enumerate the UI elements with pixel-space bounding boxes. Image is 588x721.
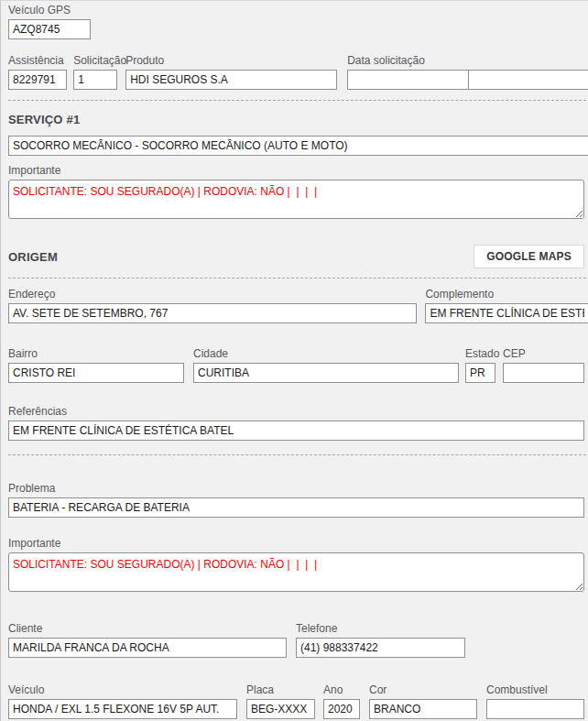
complement-field: Complemento <box>425 289 588 323</box>
service-important-label: Importante <box>8 165 584 177</box>
problem-important-row: Importante <box>1 538 588 592</box>
district-label: Bairro <box>8 348 184 360</box>
phone-input[interactable] <box>296 638 465 658</box>
vehicle-gps-row: Veículo GPS <box>1 5 588 39</box>
solicitation-field: Solicitação <box>73 55 117 90</box>
problem-important-textarea[interactable] <box>8 552 584 592</box>
address-input[interactable] <box>8 303 417 323</box>
solicitation-label: Solicitação <box>73 55 117 67</box>
client-label: Cliente <box>8 623 287 635</box>
request-date-field: Data solicitação <box>347 55 588 90</box>
references-input[interactable] <box>8 421 584 441</box>
fuel-label: Combustível <box>486 684 584 696</box>
address-row: Endereço Complemento <box>1 289 588 323</box>
client-input[interactable] <box>8 638 287 658</box>
client-field: Cliente <box>8 623 287 658</box>
fuel-input[interactable] <box>486 699 584 719</box>
color-input[interactable] <box>369 699 477 719</box>
separator <box>8 454 586 455</box>
state-label: Estado <box>465 348 495 360</box>
address-label: Endereço <box>8 289 417 300</box>
fuel-field: Combustível <box>486 684 584 719</box>
service-heading-row: SERVIÇO #1 <box>1 113 588 126</box>
product-input[interactable] <box>125 70 337 90</box>
complement-input[interactable] <box>425 303 588 323</box>
year-field: Ano <box>323 684 360 719</box>
separator <box>8 278 586 279</box>
assistance-label: Assistência <box>8 55 67 67</box>
references-field: Referências <box>8 406 584 441</box>
product-label: Produto <box>125 55 337 67</box>
city-label: Cidade <box>193 348 459 360</box>
customer-row: Cliente Telefone <box>1 623 588 658</box>
problem-important-field: Importante <box>8 538 584 592</box>
references-label: Referências <box>8 406 584 418</box>
assistance-row: Assistência Solicitação Produto Data sol… <box>1 55 588 90</box>
city-input[interactable] <box>193 363 459 383</box>
plate-field: Placa <box>246 684 315 719</box>
service-type-row <box>1 136 588 156</box>
problem-label: Problema <box>8 483 584 495</box>
assistance-field: Assistência <box>8 55 67 90</box>
request-date-label: Data solicitação <box>347 55 588 67</box>
origin-heading: ORIGEM <box>8 250 58 264</box>
request-date-input[interactable] <box>347 70 468 90</box>
color-label: Cor <box>369 684 477 696</box>
assistance-input[interactable] <box>8 70 67 90</box>
vehicle-gps-input[interactable] <box>8 19 91 39</box>
separator <box>8 100 586 101</box>
google-maps-button[interactable]: GOOGLE MAPS <box>474 245 584 268</box>
problem-important-label: Importante <box>8 538 584 550</box>
zip-field: CEP <box>503 348 584 383</box>
district-input[interactable] <box>8 363 184 383</box>
service-type-input[interactable] <box>8 136 588 156</box>
district-field: Bairro <box>8 348 184 383</box>
zip-label: CEP <box>503 348 584 360</box>
complement-label: Complemento <box>425 289 588 300</box>
city-field: Cidade <box>193 348 459 383</box>
phone-field: Telefone <box>296 623 465 658</box>
year-label: Ano <box>323 684 360 696</box>
service-important-field: Importante <box>8 165 584 219</box>
district-row: Bairro Cidade Estado CEP <box>1 348 588 383</box>
service-heading: SERVIÇO #1 <box>8 113 80 126</box>
service-form-panel: Veículo GPS Assistência Solicitação Prod… <box>0 0 588 721</box>
year-input[interactable] <box>323 699 360 719</box>
request-date-pair <box>347 70 588 90</box>
phone-label: Telefone <box>296 623 465 635</box>
plate-input[interactable] <box>246 699 315 719</box>
problem-field: Problema <box>8 483 584 518</box>
references-row: Referências <box>1 406 588 441</box>
zip-input[interactable] <box>503 363 584 383</box>
origin-heading-row: ORIGEM GOOGLE MAPS <box>1 245 584 268</box>
vehicle-model-field: Veículo <box>8 684 237 719</box>
solicitation-input[interactable] <box>73 70 117 90</box>
vehicle-model-label: Veículo <box>8 684 237 696</box>
color-field: Cor <box>369 684 477 719</box>
vehicle-row: Veículo Placa Ano Cor Combustível <box>1 684 588 719</box>
problem-input[interactable] <box>8 497 584 518</box>
vehicle-gps-field: Veículo GPS <box>8 5 91 39</box>
problem-row: Problema <box>1 483 588 518</box>
request-time-input[interactable] <box>468 70 588 90</box>
service-important-textarea[interactable] <box>8 180 584 219</box>
product-field: Produto <box>125 55 337 90</box>
service-important-row: Importante <box>1 165 588 219</box>
address-field: Endereço <box>8 289 417 323</box>
vehicle-model-input[interactable] <box>8 699 237 719</box>
state-field: Estado <box>465 348 495 383</box>
state-input[interactable] <box>465 363 495 383</box>
plate-label: Placa <box>246 684 315 696</box>
vehicle-gps-label: Veículo GPS <box>8 5 91 16</box>
